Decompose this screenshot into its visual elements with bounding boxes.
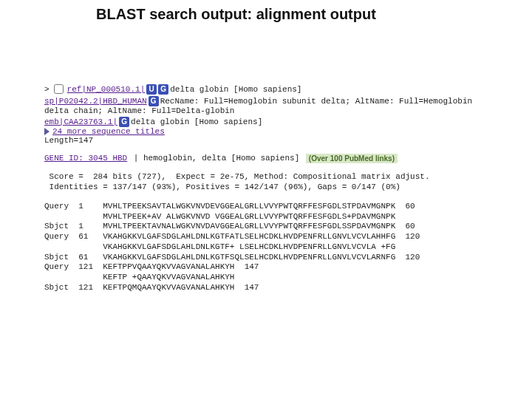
ref-accession-link[interactable]: ref|NP_000510.1| <box>67 85 146 94</box>
score-line: Score = 284 bits (727), Expect = 2e-75, … <box>44 172 510 183</box>
identities-line: Identities = 137/147 (93%), Positives = … <box>44 183 510 193</box>
pubmed-badge[interactable]: (Over 100 PubMed links) <box>306 154 398 163</box>
hit-sp-line: sp|P02042.2|HBD_HUMAN G RecName: Full=He… <box>44 96 510 106</box>
page-title: BLAST search output: alignment output <box>0 0 532 23</box>
alignment-row: Query 121 KEFTPPVQAAYQKVVAGVANALAHKYH 14… <box>44 262 510 273</box>
sp-desc: RecName: Full=Hemoglobin subunit delta; … <box>160 97 472 106</box>
hit-ref-line: > ref|NP_000510.1| U G delta globin [Hom… <box>44 82 510 96</box>
blast-alignment-block: > ref|NP_000510.1| U G delta globin [Hom… <box>0 23 532 293</box>
alignment-row: VKAHGKKVLGAFSDGLAHLDNLKGTF+ LSELHCDKLHVD… <box>44 242 510 253</box>
gene-icon[interactable]: G <box>119 117 129 127</box>
gene-id-link[interactable]: GENE ID: 3045 HBD <box>44 154 127 163</box>
emb-desc: delta globin [Homo sapiens] <box>131 117 262 126</box>
gene-desc: | hemoglobin, delta [Homo sapiens] <box>129 154 304 164</box>
sp-accession-link[interactable]: sp|P02042.2|HBD_HUMAN <box>44 97 147 106</box>
alignment-row: Query 1 MVHLTPEEKSAVTALWGKVNVDEVGGEALGRL… <box>44 202 510 212</box>
more-titles-link[interactable]: 24 more sequence titles <box>52 127 165 136</box>
select-hit-checkbox[interactable] <box>54 84 64 94</box>
more-titles-row: 24 more sequence titles <box>44 127 510 136</box>
unigene-icon[interactable]: U <box>146 84 157 95</box>
sp-desc-line2: delta chain; AltName: Full=Delta-globin <box>44 106 510 117</box>
length-line: Length=147 <box>44 136 510 146</box>
gene-icon[interactable]: G <box>149 96 159 106</box>
gene-line: GENE ID: 3045 HBD | hemoglobin, delta [H… <box>44 154 510 164</box>
hit-emb-line: emb|CAA23763.1| G delta globin [Homo sap… <box>44 117 510 127</box>
alignment-row: Sbjct 121 KEFTPQMQAAYQKVVAGVANALAHKYH 14… <box>44 283 510 293</box>
emb-accession-link[interactable]: emb|CAA23763.1| <box>44 117 117 126</box>
expand-icon[interactable] <box>44 128 50 135</box>
alignment-row: Sbjct 1 MVHLTPEEKTAVNALWGKVNVDAVGGEALGRL… <box>44 222 510 232</box>
alignment-row: Query 61 VKAHGKKVLGAFSDGLAHLDNLKGTFATLSE… <box>44 232 510 242</box>
ref-desc: delta globin [Homo sapiens] <box>170 85 301 94</box>
alignment-row: Sbjct 61 VKAHGKKVLGAFSDGLAHLDNLKGTFSQLSE… <box>44 253 510 263</box>
gene-icon[interactable]: G <box>158 84 168 95</box>
alignment-row: KEFTP +QAAYQKVVAGVANALAHKYH <box>44 273 510 283</box>
alignment-row: MVHLTPEEK+AV ALWGKVNVD VGGEALGRLLVVYPWTQ… <box>44 212 510 222</box>
